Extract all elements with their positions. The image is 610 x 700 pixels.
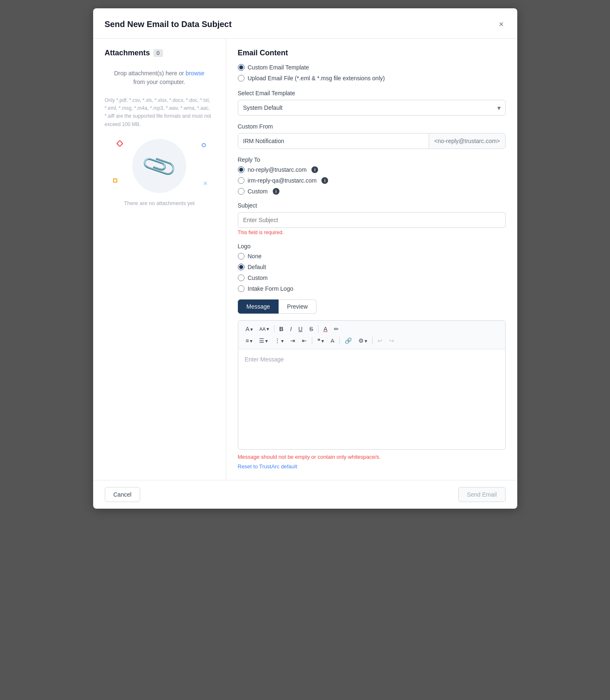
toolbar-separator xyxy=(318,325,319,333)
indent-button[interactable]: ⇥ xyxy=(288,336,298,346)
radio-upload-email-file[interactable]: Upload Email File (*.eml & *.msg file ex… xyxy=(238,75,506,82)
ordered-list-button[interactable]: ⋮ xyxy=(272,336,286,346)
reply-to-group: no-reply@trustarc.com i irm-reply-qa@tru… xyxy=(238,166,506,195)
email-content-panel: Email Content Custom Email Template Uplo… xyxy=(226,39,517,480)
no-attachments-text: There are no attachments yet xyxy=(105,200,214,206)
logo-custom-label: Custom xyxy=(248,275,268,281)
reply-to-label: Reply To xyxy=(238,156,506,163)
unordered-list-button[interactable]: ☰ xyxy=(257,336,270,346)
tab-preview[interactable]: Preview xyxy=(279,299,316,314)
close-button[interactable]: × xyxy=(497,18,506,30)
italic-button[interactable]: I xyxy=(288,324,294,334)
align-button[interactable]: ≡ xyxy=(243,336,255,346)
send-email-button[interactable]: Send Email xyxy=(458,487,506,502)
logo-none[interactable]: None xyxy=(238,253,506,260)
drop-text-2: from your computer. xyxy=(133,79,185,85)
reset-to-trustarc-link[interactable]: Reset to TrustArc default xyxy=(238,463,297,470)
toolbar-separator xyxy=(372,337,373,344)
settings-button[interactable]: ⚙ xyxy=(356,336,370,346)
logo-default-input[interactable] xyxy=(238,264,244,270)
blockquote-button[interactable]: ❝ xyxy=(315,336,326,346)
font-size-button[interactable]: A xyxy=(243,324,255,334)
reply-to-custom-info-icon[interactable]: i xyxy=(273,188,279,195)
text-color-button[interactable]: A xyxy=(321,324,330,334)
reply-to-irm-input[interactable] xyxy=(238,177,244,184)
modal-footer: Cancel Send Email xyxy=(93,480,517,509)
toolbar-separator xyxy=(339,337,340,344)
logo-default-label: Default xyxy=(248,264,266,270)
logo-intake-form[interactable]: Intake Form Logo xyxy=(238,285,506,292)
reply-to-custom[interactable]: Custom i xyxy=(238,188,506,195)
reply-to-no-reply-label: no-reply@trustarc.com xyxy=(248,166,307,173)
outdent-button[interactable]: ⇤ xyxy=(299,336,309,346)
editor-toolbar: A AA B I U S A ✏ ≡ ☰ xyxy=(238,321,505,349)
attachments-panel: Attachments 0 Drop attachment(s) here or… xyxy=(93,39,226,480)
subject-input[interactable] xyxy=(238,212,506,228)
drop-circle: 📎 xyxy=(132,139,186,193)
chevron-down-icon xyxy=(321,337,324,344)
cancel-button[interactable]: Cancel xyxy=(105,487,141,502)
radio-custom-email-template[interactable]: Custom Email Template xyxy=(238,64,506,71)
browse-link[interactable]: browse xyxy=(185,70,204,77)
radio-upload-email-file-label: Upload Email File (*.eml & *.msg file ex… xyxy=(248,75,385,82)
undo-button[interactable]: ↩ xyxy=(375,336,385,346)
redo-button[interactable]: ↪ xyxy=(387,336,397,346)
drop-text-1: Drop attachment(s) here or xyxy=(114,70,185,77)
toolbar-row-2: ≡ ☰ ⋮ ⇥ ⇤ ❝ A̶ 🔗 ⚙ ↩ ↪ xyxy=(243,336,500,346)
reply-to-no-reply-info-icon[interactable]: i xyxy=(311,166,318,173)
chevron-down-icon xyxy=(365,337,367,344)
reply-to-section: Reply To no-reply@trustarc.com i irm-rep… xyxy=(238,156,506,195)
logo-custom-input[interactable] xyxy=(238,275,244,281)
bold-button[interactable]: B xyxy=(277,324,286,334)
chevron-down-icon xyxy=(250,326,253,332)
template-select-wrapper: System Default xyxy=(238,100,506,116)
message-tabs: Message Preview xyxy=(238,299,506,314)
clear-format-button[interactable]: A̶ xyxy=(328,336,337,346)
deco-square-icon xyxy=(113,178,117,183)
drop-zone[interactable]: Drop attachment(s) here or browse from y… xyxy=(105,64,214,92)
modal-body: Attachments 0 Drop attachment(s) here or… xyxy=(93,39,517,480)
strikethrough-button[interactable]: S xyxy=(307,324,316,334)
custom-from-email-display: <no-reply@trustarc.com> xyxy=(429,134,505,148)
logo-label: Logo xyxy=(238,243,506,250)
logo-none-input[interactable] xyxy=(238,253,244,260)
tab-message[interactable]: Message xyxy=(238,299,279,314)
chevron-down-icon xyxy=(265,337,268,344)
reply-to-no-reply-input[interactable] xyxy=(238,166,244,173)
file-formats-text: Only *.pdf, *.csv, *.xls, *.xlsx, *.docx… xyxy=(105,96,214,129)
reply-to-custom-input[interactable] xyxy=(238,188,244,195)
editor-area[interactable] xyxy=(238,349,505,449)
modal: Send New Email to Data Subject × Attachm… xyxy=(93,8,517,509)
template-select[interactable]: System Default xyxy=(238,100,506,116)
highlight-button[interactable]: ✏ xyxy=(331,324,341,334)
logo-custom[interactable]: Custom xyxy=(238,275,506,281)
logo-intake-form-input[interactable] xyxy=(238,285,244,292)
link-button[interactable]: 🔗 xyxy=(342,336,354,346)
deco-circle-icon xyxy=(202,143,206,147)
reply-to-no-reply[interactable]: no-reply@trustarc.com i xyxy=(238,166,506,173)
paperclip-icon: 📎 xyxy=(140,147,179,185)
reply-to-irm[interactable]: irm-reply-qa@trustarc.com i xyxy=(238,177,506,184)
chevron-down-icon xyxy=(281,337,284,344)
logo-default[interactable]: Default xyxy=(238,264,506,270)
custom-from-name-input[interactable] xyxy=(238,134,429,148)
custom-from-label: Custom From xyxy=(238,123,506,130)
drop-illustration: ✕ 📎 xyxy=(105,137,214,195)
deco-cross-icon: ✕ xyxy=(203,180,208,187)
select-template-section: Select Email Template System Default xyxy=(238,90,506,116)
editor-warning-text: Message should not be empty or contain o… xyxy=(238,454,506,460)
radio-upload-email-file-input[interactable] xyxy=(238,75,244,82)
attachment-count: 0 xyxy=(153,49,163,57)
subject-label: Subject xyxy=(238,202,506,209)
select-template-label: Select Email Template xyxy=(238,90,506,96)
font-size-aa-button[interactable]: AA xyxy=(257,324,272,334)
radio-custom-email-template-input[interactable] xyxy=(238,64,244,71)
attachments-title: Attachments xyxy=(105,49,150,57)
underline-button[interactable]: U xyxy=(296,324,305,334)
attachments-header: Attachments 0 xyxy=(105,49,214,57)
logo-intake-form-label: Intake Form Logo xyxy=(248,285,294,292)
subject-error: This field is required. xyxy=(238,230,506,235)
reply-to-irm-info-icon[interactable]: i xyxy=(321,177,328,184)
logo-group: None Default Custom Intake Form Logo xyxy=(238,253,506,292)
email-type-radio-group: Custom Email Template Upload Email File … xyxy=(238,64,506,82)
